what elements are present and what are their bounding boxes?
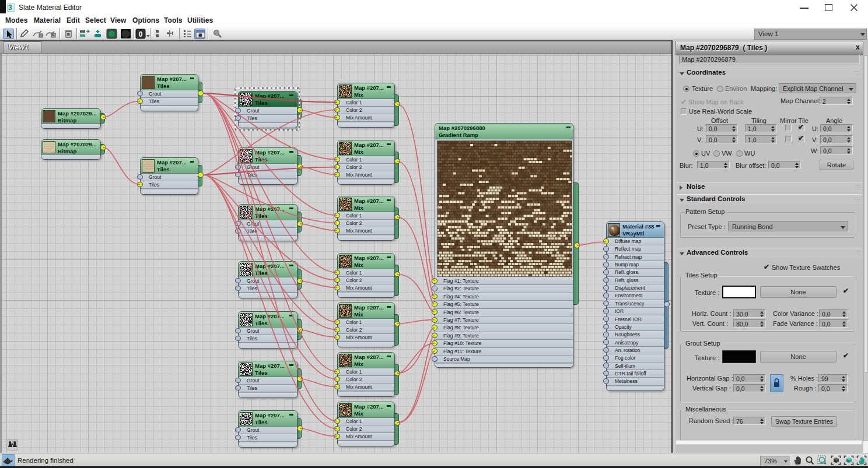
svg-text:0: 0 <box>139 30 143 38</box>
